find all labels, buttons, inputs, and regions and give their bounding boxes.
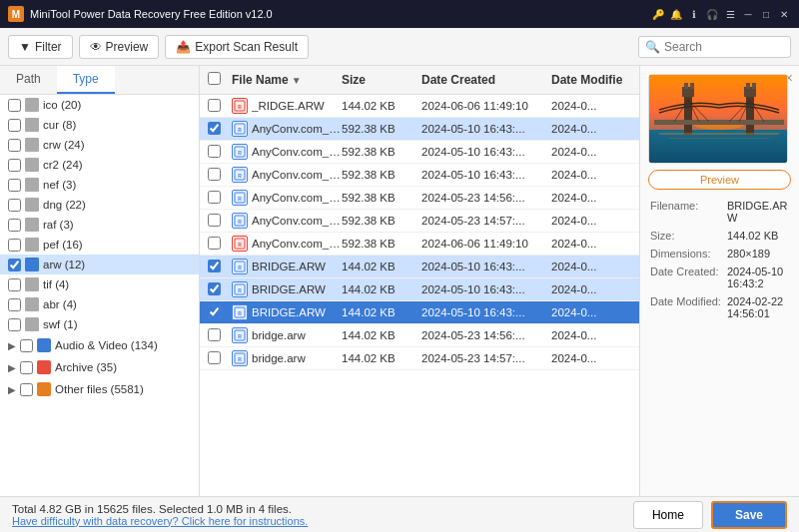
row-name-11: R bridge.arw	[232, 350, 342, 366]
sidebar-item-7[interactable]: pef (16)	[0, 235, 199, 255]
sidebar-item-checkbox-4[interactable]	[8, 179, 21, 192]
sidebar-item-11[interactable]: swf (1)	[0, 314, 199, 334]
minimize-icon[interactable]: ─	[741, 7, 755, 21]
sidebar-item-checkbox-6[interactable]	[8, 219, 21, 232]
table-row[interactable]: R AnyConv.com__be... 592.38 KB 2024-05-1…	[200, 164, 639, 187]
sidebar-item-4[interactable]: nef (3)	[0, 175, 199, 195]
header-modified[interactable]: Date Modifie	[551, 73, 631, 87]
tab-path[interactable]: Path	[0, 66, 57, 94]
group-checkbox-2[interactable]	[20, 383, 33, 396]
preview-file-button[interactable]: Preview	[648, 170, 791, 190]
row-check-9[interactable]	[208, 305, 232, 320]
sidebar-item-checkbox-9[interactable]	[8, 278, 21, 291]
export-button[interactable]: 📤 Export Scan Result	[165, 35, 309, 59]
group-checkbox-1[interactable]	[20, 361, 33, 374]
row-filename-8: BRIDGE.ARW	[252, 283, 326, 295]
table-row[interactable]: R AnyConv.com__be... 592.38 KB 2024-05-2…	[200, 210, 639, 233]
row-check-3[interactable]	[208, 168, 232, 183]
svg-rect-9	[25, 238, 39, 252]
sidebar-item-checkbox-11[interactable]	[8, 318, 21, 331]
row-check-1[interactable]	[208, 122, 232, 137]
sidebar-item-8[interactable]: arw (12)	[0, 255, 199, 274]
key-icon[interactable]: 🔑	[651, 7, 665, 21]
header-filename[interactable]: File Name ▼	[232, 73, 342, 87]
table-row[interactable]: R BRIDGE.ARW 144.02 KB 2024-05-10 16:43:…	[200, 278, 639, 301]
table-row[interactable]: R BRIDGE.ARW 144.02 KB 2024-05-10 16:43:…	[200, 256, 639, 278]
row-filename-7: BRIDGE.ARW	[252, 261, 326, 272]
sidebar-group-2[interactable]: ▶ Other files (5581)	[0, 378, 199, 400]
preview-label: Preview	[106, 40, 149, 54]
created-value: 2024-05-10 16:43:2	[727, 264, 789, 291]
preview-button[interactable]: 👁 Preview	[79, 35, 160, 59]
sidebar-item-6[interactable]: raf (3)	[0, 215, 199, 235]
home-button[interactable]: Home	[633, 501, 703, 529]
row-filename-6: AnyConv.com__be...	[252, 238, 342, 250]
search-box[interactable]: 🔍	[638, 36, 791, 58]
table-row[interactable]: R AnyConv.com__be... 592.38 KB 2024-06-0…	[200, 233, 639, 256]
right-panel: ×	[639, 66, 799, 496]
sidebar-item-checkbox-0[interactable]	[8, 99, 21, 112]
export-label: Export Scan Result	[195, 40, 298, 54]
tab-type[interactable]: Type	[57, 66, 115, 94]
headset-icon[interactable]: 🎧	[705, 7, 719, 21]
svg-text:R: R	[238, 219, 242, 225]
main-area: Path Type ico (20) cur (8) crw (24)	[0, 66, 799, 496]
row-modified-10: 2024-0...	[551, 329, 631, 341]
app-icon: M	[8, 6, 24, 22]
row-check-8[interactable]	[208, 282, 232, 297]
row-size-8: 144.02 KB	[342, 283, 421, 295]
table-row[interactable]: R bridge.arw 144.02 KB 2024-05-23 14:56:…	[200, 324, 639, 347]
file-info: Filename: BRIDGE.ARW Size: 144.02 KB Dim…	[648, 196, 791, 323]
sidebar-item-3[interactable]: cr2 (24)	[0, 155, 199, 175]
sidebar-group-1[interactable]: ▶ Archive (35)	[0, 356, 199, 378]
save-button[interactable]: Save	[711, 501, 787, 529]
svg-text:R: R	[238, 173, 242, 179]
row-check-2[interactable]	[208, 145, 232, 160]
sidebar-item-checkbox-5[interactable]	[8, 199, 21, 212]
sidebar-item-5[interactable]: dng (22)	[0, 195, 199, 215]
sidebar-item-1[interactable]: cur (8)	[0, 115, 199, 135]
sidebar-item-9[interactable]: tif (4)	[0, 274, 199, 294]
row-check-5[interactable]	[208, 214, 232, 229]
select-all-checkbox[interactable]	[208, 72, 221, 85]
sidebar-item-10[interactable]: abr (4)	[0, 294, 199, 314]
sidebar-item-checkbox-2[interactable]	[8, 139, 21, 152]
row-check-7[interactable]	[208, 260, 232, 274]
table-row[interactable]: R _RIDGE.ARW 144.02 KB 2024-06-06 11:49:…	[200, 95, 639, 118]
help-link[interactable]: Have difficulty with data recovery? Clic…	[12, 515, 308, 527]
header-check[interactable]	[208, 72, 232, 88]
table-row[interactable]: R bridge.arw 144.02 KB 2024-05-23 14:57:…	[200, 347, 639, 370]
close-icon[interactable]: ✕	[777, 7, 791, 21]
header-created[interactable]: Date Created	[421, 73, 551, 87]
table-row[interactable]: R BRIDGE.ARW 144.02 KB 2024-05-10 16:43:…	[200, 301, 639, 324]
sidebar-item-checkbox-7[interactable]	[8, 239, 21, 252]
sidebar-item-0[interactable]: ico (20)	[0, 95, 199, 115]
maximize-icon[interactable]: □	[759, 7, 773, 21]
table-row[interactable]: R AnyConv.com__be... 592.38 KB 2024-05-1…	[200, 141, 639, 164]
row-check-6[interactable]	[208, 237, 232, 252]
group-checkbox-0[interactable]	[20, 339, 33, 352]
sidebar-item-label-10: abr (4)	[43, 298, 77, 310]
row-check-10[interactable]	[208, 328, 232, 343]
header-size[interactable]: Size	[342, 73, 421, 87]
type-icon-8	[25, 258, 39, 271]
search-input[interactable]	[664, 40, 784, 54]
sidebar-group-0[interactable]: ▶ Audio & Video (134)	[0, 334, 199, 356]
table-row[interactable]: R AnyConv.com__be... 592.38 KB 2024-05-2…	[200, 187, 639, 210]
file-icon-3: R	[232, 167, 248, 183]
row-name-7: R BRIDGE.ARW	[232, 259, 342, 274]
sidebar-item-checkbox-1[interactable]	[8, 119, 21, 132]
menu-icon[interactable]: ☰	[723, 7, 737, 21]
type-icon-9	[25, 277, 39, 291]
table-row[interactable]: R AnyConv.com__be... 592.38 KB 2024-05-1…	[200, 118, 639, 141]
sidebar-item-2[interactable]: crw (24)	[0, 135, 199, 155]
sidebar-item-checkbox-8[interactable]	[8, 259, 21, 271]
info-icon[interactable]: ℹ	[687, 7, 701, 21]
sidebar-item-checkbox-10[interactable]	[8, 298, 21, 311]
filter-button[interactable]: ▼ Filter	[8, 35, 73, 59]
sidebar-item-checkbox-3[interactable]	[8, 159, 21, 172]
row-check-4[interactable]	[208, 191, 232, 206]
bell-icon[interactable]: 🔔	[669, 7, 683, 21]
row-check-11[interactable]	[208, 351, 232, 366]
row-check-0[interactable]	[208, 99, 232, 114]
